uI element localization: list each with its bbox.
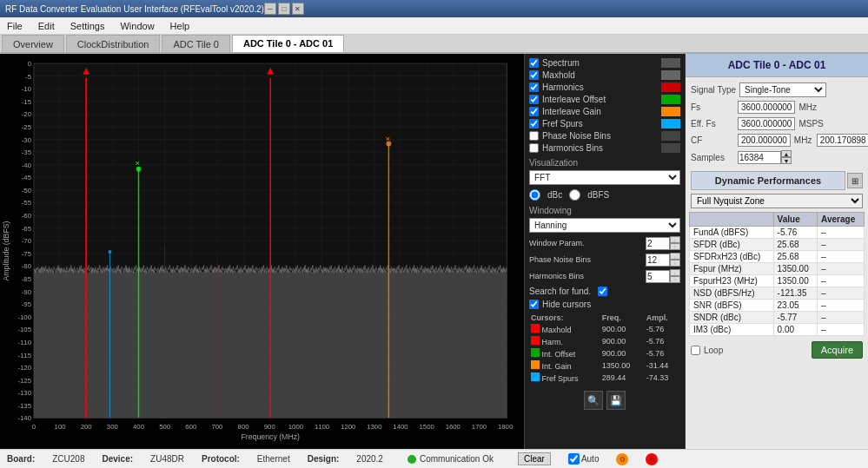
phase-noise-bins-up[interactable]: ▲	[670, 253, 680, 260]
hide-cursors-checkbox[interactable]	[529, 300, 539, 309]
phase-noise-bins-input[interactable]	[646, 254, 670, 267]
samples-up[interactable]: ▲	[781, 150, 792, 157]
fref-spurs-legend	[661, 119, 680, 129]
zone-select[interactable]: Full Nyquist Zone First Nyquist Zone Sec…	[691, 194, 863, 208]
windowing-select[interactable]: Hanning Blackman Rectangular Hamming	[529, 218, 680, 233]
dbc-radio[interactable]	[529, 189, 540, 201]
visualization-select[interactable]: FFT PSD	[529, 170, 680, 185]
phase-noise-bins-spinner: ▲ ▼	[670, 253, 680, 267]
harmonics-checkbox[interactable]	[529, 82, 539, 92]
menu-window[interactable]: Window	[116, 19, 157, 33]
perf-im3-avg: –	[818, 324, 865, 336]
perf-im3-row: IM3 (dBc) 0.00 –	[690, 324, 865, 336]
interleave-gain-row: Interleave Gain	[529, 107, 680, 116]
samples-spinner: ▲ ▼	[781, 150, 792, 164]
spectrum-label: Spectrum	[542, 58, 580, 68]
interleave-offset-checkbox[interactable]	[529, 95, 539, 104]
search-fund-checkbox[interactable]	[598, 287, 607, 296]
svg-text:-130: -130	[17, 389, 31, 397]
board-label: Board:	[7, 454, 35, 464]
zoom-icon[interactable]: 🔍	[584, 391, 603, 410]
maximize-button[interactable]: □	[278, 3, 290, 15]
harmonics-bins-input-row: Harmonics Bins ▲ ▼	[529, 269, 680, 283]
window-param-up[interactable]: ▲	[670, 236, 680, 243]
samples-row: Samples ▲ ▼	[686, 148, 868, 166]
perf-im3-value: 0.00	[773, 324, 818, 336]
maxhold-label: Maxhold	[542, 70, 575, 80]
tab-adc-tile0[interactable]: ADC Tile 0	[162, 35, 230, 52]
svg-text:-60: -60	[22, 212, 32, 220]
dyn-perf-expand-button[interactable]: ⊞	[847, 173, 863, 188]
svg-text:-45: -45	[22, 174, 31, 181]
scale-radio-group: dBc dBFS	[529, 189, 680, 201]
design-label: Design:	[308, 454, 340, 464]
ampl-header: Ampl.	[645, 313, 680, 323]
perf-nsd-value: -121.35	[773, 287, 818, 300]
svg-text:-115: -115	[17, 352, 31, 359]
dyn-perf-label: Dynamic Performances	[691, 171, 845, 190]
menu-settings[interactable]: Settings	[67, 19, 109, 33]
harmonics-bins-label: Harmonics Bins	[542, 143, 603, 153]
loop-checkbox[interactable]	[691, 346, 700, 355]
harmonics-bins-down[interactable]: ▼	[670, 276, 680, 283]
perf-snr-avg: –	[818, 300, 865, 312]
export-icon[interactable]: 💾	[606, 391, 626, 410]
menu-edit[interactable]: Edit	[35, 19, 58, 33]
samples-input[interactable]	[738, 151, 781, 164]
window-param-spinbox: ▲ ▼	[646, 236, 680, 250]
tab-adc-tile0-adc01[interactable]: ADC Tile 0 - ADC 01	[232, 35, 344, 52]
svg-text:600: 600	[185, 423, 197, 431]
perf-sfdrxh23-avg: –	[818, 251, 865, 263]
cf-label: CF	[691, 135, 734, 145]
perf-snr-row: SNR (dBFS) 23.05 –	[690, 300, 865, 312]
phase-noise-bins-down[interactable]: ▼	[670, 260, 680, 267]
comm-status-group: Communication Ok	[407, 454, 494, 464]
perf-fspur-avg: –	[818, 263, 865, 275]
tab-clockdist[interactable]: ClockDistribution	[66, 35, 161, 52]
signal-type-select[interactable]: Single-Tone Two-Tone Custom	[739, 82, 826, 97]
zone-select-row: Full Nyquist Zone First Nyquist Zone Sec…	[686, 192, 868, 210]
fs-unit: MHz	[798, 102, 820, 112]
cursor-int-offset-ampl: -5.76	[645, 347, 680, 359]
perf-nsd-name: NSD (dBFS/Hz)	[690, 287, 774, 300]
perf-snr-value: 23.05	[773, 300, 818, 312]
windowing-section: Windowing Hanning Blackman Rectangular H…	[529, 206, 680, 233]
maxhold-checkbox[interactable]	[529, 70, 539, 80]
signal-type-row: Signal Type Single-Tone Two-Tone Custom	[686, 81, 868, 99]
svg-point-108	[386, 142, 391, 147]
harmonics-bins-up[interactable]: ▲	[670, 269, 680, 276]
tab-overview[interactable]: Overview	[2, 35, 64, 52]
cursor-maxhold-ampl: -5.76	[645, 323, 680, 335]
dbfs-radio[interactable]	[569, 189, 580, 201]
phase-noise-bins-checkbox[interactable]	[529, 131, 539, 141]
menu-file[interactable]: File	[3, 19, 26, 33]
auto-checkbox[interactable]	[568, 453, 580, 465]
interleave-offset-label: Interleave Offset	[542, 95, 606, 104]
device-value: ZU48DR	[150, 454, 184, 464]
window-param-input[interactable]	[646, 237, 670, 250]
svg-text:-35: -35	[22, 148, 31, 156]
cursor-maxhold-label: Maxhold	[542, 326, 572, 334]
eff-fs-value: 3600.000000	[738, 117, 795, 130]
harmonics-bins-input[interactable]	[646, 270, 670, 283]
svg-text:-25: -25	[22, 123, 31, 131]
svg-text:-65: -65	[22, 225, 31, 233]
svg-text:×: ×	[136, 158, 141, 168]
fref-spurs-checkbox[interactable]	[529, 119, 539, 129]
harmonics-bins-checkbox[interactable]	[529, 143, 539, 153]
window-param-down[interactable]: ▼	[670, 243, 680, 250]
svg-text:-70: -70	[22, 237, 32, 245]
spectrum-checkbox[interactable]	[529, 58, 539, 68]
samples-down[interactable]: ▼	[781, 157, 792, 164]
acquire-button[interactable]: Acquire	[812, 341, 863, 359]
clear-button[interactable]: Clear	[518, 452, 551, 465]
minimize-button[interactable]: ─	[264, 3, 276, 15]
dbfs-label: dBFS	[587, 190, 609, 200]
svg-text:1200: 1200	[341, 423, 356, 431]
menu-help[interactable]: Help	[167, 19, 194, 33]
perf-funda-value: -5.76	[773, 227, 818, 239]
freq-header: Freq.	[600, 313, 645, 323]
close-button[interactable]: ✕	[292, 3, 304, 15]
auto-group: Auto	[568, 453, 600, 465]
interleave-gain-checkbox[interactable]	[529, 107, 539, 116]
